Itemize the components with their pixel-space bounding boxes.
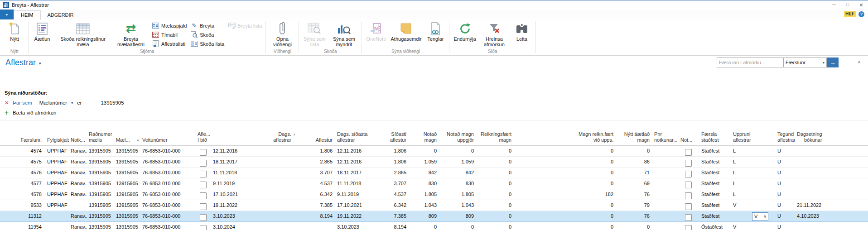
cell-fylgiskjalsnr[interactable]: UPPHAF	[45, 178, 69, 189]
cell-reikningsfaert_magn[interactable]: 0	[477, 178, 514, 189]
cell-afle_i_bid[interactable]	[196, 178, 211, 189]
cell-nytt_aaetlad[interactable]: 79	[616, 200, 652, 211]
cell-dags_aflestrar[interactable]: 18.11.2017	[211, 157, 297, 168]
cell-faerslunr[interactable]: 4577	[0, 178, 45, 189]
table-row[interactable]: 11312Ranav...139159051391590576-6853-010…	[0, 211, 868, 222]
cell-pnr_notkunar[interactable]	[652, 157, 679, 168]
column-header-faersla_stadfest[interactable]: Færsla staðfest	[698, 120, 729, 146]
cell-mael[interactable]: 13915905	[114, 168, 140, 178]
cell-sidasti_aflestur[interactable]: 3.707	[375, 178, 409, 189]
ribbon-button-maelaspjald[interactable]: Mælaspjald	[152, 21, 187, 30]
cell-dags_sidasta[interactable]: 17.10.2021	[335, 200, 375, 211]
ribbon-button-endurnyja[interactable]: Endurnýja	[451, 20, 478, 43]
cell-tegund[interactable]: U	[770, 211, 795, 222]
cell-magn_reiknfaert[interactable]: 0	[514, 222, 616, 230]
cell-faersla_stadfest[interactable]: Staðfest	[698, 189, 729, 200]
cell-aflestur[interactable]	[297, 222, 335, 230]
cell-fylgiskjalsnr[interactable]	[45, 211, 69, 222]
cell-notad_magn[interactable]: 0	[409, 146, 439, 157]
cell-fylgiskjalsnr[interactable]: UPPHAF	[45, 189, 69, 200]
cell-sidasti_aflestur[interactable]: 1.806	[375, 157, 409, 168]
cell-veitunumer[interactable]: 76-6853-010-000	[140, 222, 196, 230]
cell-dagsetning_bokunar[interactable]	[795, 189, 822, 200]
cell-veitunumer[interactable]: 76-6853-010-000	[140, 146, 196, 157]
help-icon[interactable]: ?	[858, 11, 864, 17]
cell-fylgiskjalsnr[interactable]: UPPHAF	[45, 146, 69, 157]
column-header-magn_reiknfaert[interactable]: Magn reikn.fært við upps.	[514, 120, 616, 146]
cell-notad_magn[interactable]: 842	[409, 168, 439, 178]
column-header-mael[interactable]: Mæl...▲	[114, 120, 140, 146]
cell-tegund[interactable]: U	[770, 178, 795, 189]
cell-notk[interactable]: Ranav...	[69, 211, 87, 222]
checkbox[interactable]	[685, 160, 692, 167]
cell-radnumer[interactable]: 13915905	[87, 146, 114, 157]
cell-pnr_notkunar[interactable]	[652, 168, 679, 178]
checkbox[interactable]	[685, 192, 692, 199]
cell-faersla_stadfest[interactable]: Óstaðfest	[698, 222, 729, 230]
cell-notad_magn_uppgjor[interactable]: 842	[439, 168, 477, 178]
cell-nytt_aaetlad[interactable]: 0	[616, 146, 652, 157]
column-header-faerslunr[interactable]: Færslunr.	[0, 120, 45, 146]
cell-tegund[interactable]: U	[770, 200, 795, 211]
column-header-afle_i_bid[interactable]: Afle... í bið	[196, 120, 211, 146]
cell-veitunumer[interactable]: 76-6853-010-000	[140, 211, 196, 222]
cell-magn_reiknfaert[interactable]: 182	[514, 189, 616, 200]
cell-dagsetning_bokunar[interactable]	[795, 222, 822, 230]
cell-faersla_stadfest[interactable]: Staðfest	[698, 211, 729, 222]
cell-pnr_notkunar[interactable]	[652, 222, 679, 230]
cell-dags_aflestrar[interactable]: 11.11.2018	[211, 168, 297, 178]
chevron-down-icon[interactable]: ▾	[39, 61, 41, 66]
cell-notk[interactable]: Ranav...	[69, 222, 87, 230]
app-menu-button[interactable]: ▼	[0, 10, 14, 19]
cell-dags_aflestrar[interactable]: 17.10.2021	[211, 189, 297, 200]
cell-faerslunr[interactable]: 11954	[0, 222, 45, 230]
cell-magn_reiknfaert[interactable]: 0	[514, 200, 616, 211]
inline-edit-combobox[interactable]: V∨	[752, 212, 768, 221]
cell-reikningsfaert_magn[interactable]: 0	[477, 189, 514, 200]
cell-uppruni[interactable]: V	[729, 200, 770, 211]
cell-notad_magn[interactable]: 0	[409, 222, 439, 230]
cell-magn_reiknfaert[interactable]: 0	[514, 211, 616, 222]
table-row[interactable]: 4574UPPHAFRanav...139159051391590576-685…	[0, 146, 868, 157]
cell-faerslunr[interactable]: 4574	[0, 146, 45, 157]
cell-magn_reiknfaert[interactable]: 0	[514, 168, 616, 178]
ribbon-button-tenglar[interactable]: Tenglar	[424, 20, 447, 43]
cell-aflestur[interactable]: 1.806	[297, 146, 335, 157]
collapse-pane-icon[interactable]: ∧	[858, 59, 861, 64]
cell-mael[interactable]: 13915905	[114, 146, 140, 157]
ribbon-button-aflestralisti[interactable]: Aflestralisti	[152, 39, 187, 48]
ribbon-button-aaetlun[interactable]: Áætlun	[30, 20, 54, 43]
column-header-fylgiskjalsnr[interactable]: Fylgiskjalsnr.	[45, 120, 69, 146]
add-filter-link[interactable]: Bæta við afmörkun	[13, 110, 57, 115]
cell-afle_i_bid[interactable]	[196, 222, 211, 230]
minimize-icon[interactable]: ─	[827, 0, 841, 10]
cell-sidasti_aflestur[interactable]: 1.806	[375, 146, 409, 157]
ribbon-button-timabil[interactable]: Tímabil	[152, 30, 187, 39]
cell-sidasti_aflestur[interactable]: 8.194	[375, 222, 409, 230]
cell-pnr_notkunar[interactable]	[652, 189, 679, 200]
cell-veitunumer[interactable]: 76-6853-010-000	[140, 157, 196, 168]
cell-radnumer[interactable]: 13915905	[87, 211, 114, 222]
checkbox[interactable]	[200, 203, 207, 210]
checkbox[interactable]	[685, 182, 692, 188]
filter-field-select[interactable]: Færslunr. ▾	[784, 58, 827, 67]
cell-aflestur[interactable]: 3.707	[297, 168, 335, 178]
cell-faerslunr[interactable]: 4576	[0, 168, 45, 178]
cell-mael[interactable]: 13915905	[114, 189, 140, 200]
cell-radnumer[interactable]: 13915905	[87, 168, 114, 178]
cell-magn_reiknfaert[interactable]: 0	[514, 146, 616, 157]
table-row[interactable]: 11954Ranav...139159051391590576-6853-010…	[0, 222, 868, 230]
cell-dags_sidasta[interactable]: 12.11.2016	[335, 157, 375, 168]
cell-notk[interactable]	[69, 200, 87, 211]
cell-notad_magn[interactable]: 1.805	[409, 189, 439, 200]
ribbon-button-hreinsa-afmorkun[interactable]: Hreinsa afmörkun	[478, 20, 510, 48]
cell-uppruni[interactable]: L	[729, 146, 770, 157]
filter-value[interactable]: 13915905	[101, 100, 124, 105]
cell-notad_magn[interactable]: 1.043	[409, 200, 439, 211]
checkbox[interactable]	[200, 171, 207, 177]
table-row[interactable]: 4576UPPHAFRanav...139159051391590576-685…	[0, 168, 868, 178]
cell-aflestur[interactable]: 7.385	[297, 200, 335, 211]
cell-notad_magn_uppgjor[interactable]: 0	[439, 222, 477, 230]
cell-dags_aflestrar[interactable]: 3.10.2024	[211, 222, 297, 230]
cell-not[interactable]	[679, 178, 698, 189]
